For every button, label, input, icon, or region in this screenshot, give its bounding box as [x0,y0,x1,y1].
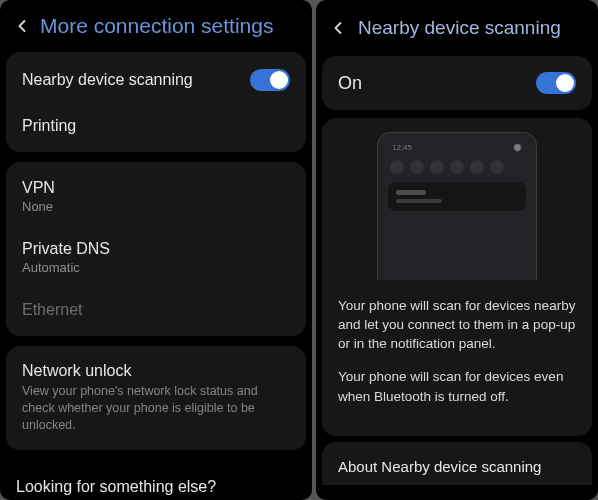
toggle-on[interactable] [536,72,576,94]
mock-time: 12:45 [392,143,412,152]
back-icon[interactable] [10,14,34,38]
phone-mock-icon: 12:45 [377,132,537,280]
row-on-toggle[interactable]: On [322,56,592,110]
nearby-device-scanning-screen: Nearby device scanning On 12:45 [316,0,598,500]
header: Nearby device scanning [316,0,598,52]
desc-paragraph-1: Your phone will scan for devices nearby … [338,296,576,353]
page-title: More connection settings [40,14,273,38]
section-scanning-printing: Nearby device scanning Printing [6,52,306,152]
row-vpn[interactable]: VPN None [6,166,306,227]
mock-quick-toggles [388,158,526,182]
row-about-nearby-scanning[interactable]: About Nearby device scanning [322,442,592,485]
row-ethernet: Ethernet [6,288,306,332]
page-title: Nearby device scanning [358,17,561,39]
row-label: Printing [22,117,76,135]
row-label: Ethernet [22,301,82,319]
illustration-card: 12:45 Your phone will scan for devices n… [322,118,592,436]
gear-icon [513,143,522,152]
back-icon[interactable] [326,16,350,40]
desc-paragraph-2: Your phone will scan for devices even wh… [338,367,576,405]
description-text: Your phone will scan for devices nearby … [332,280,582,406]
row-label: Private DNS [22,240,110,258]
looking-label: Looking for something else? [16,478,296,496]
section-looking: Looking for something else? HDMI mode [0,460,312,500]
row-sub: Automatic [22,260,80,275]
toggle-knob [556,74,574,92]
on-label: On [338,73,362,94]
row-network-unlock[interactable]: Network unlock View your phone's network… [6,350,306,446]
row-private-dns[interactable]: Private DNS Automatic [6,227,306,288]
toggle-nearby-scanning[interactable] [250,69,290,91]
toggle-knob [270,71,288,89]
row-sub: None [22,199,53,214]
row-printing[interactable]: Printing [6,104,306,148]
about-label: About Nearby device scanning [338,458,576,475]
settings-more-connections-screen: More connection settings Nearby device s… [0,0,312,500]
looking-heading: Looking for something else? [0,460,312,500]
row-label: Nearby device scanning [22,71,193,89]
section-network-unlock: Network unlock View your phone's network… [6,346,306,450]
header: More connection settings [0,0,312,52]
row-label: Network unlock [22,362,131,380]
mock-notification [388,182,526,211]
section-network: VPN None Private DNS Automatic Ethernet [6,162,306,336]
row-nearby-device-scanning[interactable]: Nearby device scanning [6,56,306,104]
row-label: VPN [22,179,55,197]
row-sub: View your phone's network lock status an… [22,383,290,434]
